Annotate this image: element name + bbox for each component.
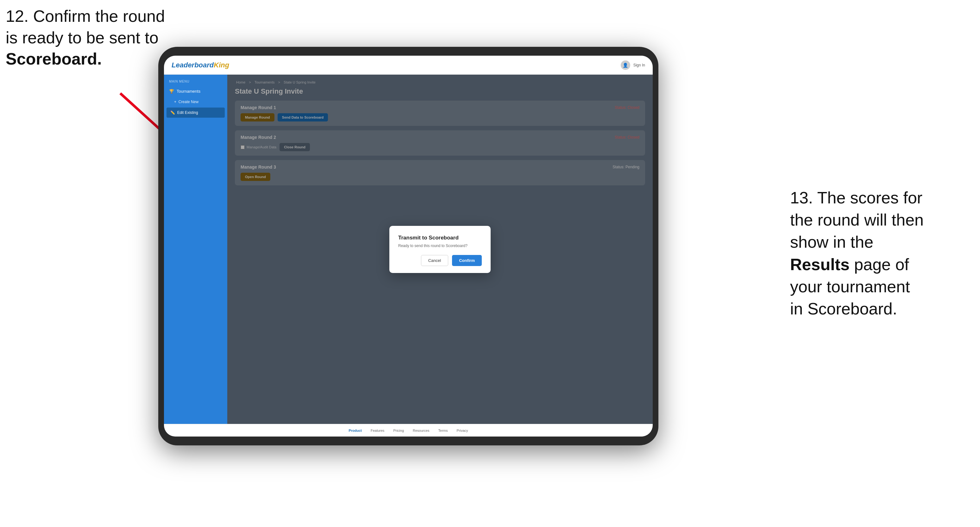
logo-text: Leaderboard <box>172 61 214 69</box>
footer-bar: Product Features Pricing Resources Terms… <box>164 424 653 437</box>
modal-subtitle: Ready to send this round to Scoreboard? <box>398 244 482 248</box>
annotation-line2: is ready to be sent to <box>6 29 159 47</box>
edit-icon: ✏️ <box>170 110 175 115</box>
modal-overlay: Transmit to Scoreboard Ready to send thi… <box>227 75 653 424</box>
sidebar-edit-existing-label: Edit Existing <box>177 110 198 115</box>
tablet-frame: Leaderboard King 👤 Sign In MAIN MENU 🏆 T… <box>158 47 659 445</box>
footer-link-terms[interactable]: Terms <box>438 429 448 432</box>
modal-box: Transmit to Scoreboard Ready to send thi… <box>389 226 491 273</box>
annotation-top: 12. Confirm the round is ready to be sen… <box>6 6 170 70</box>
logo-king: King <box>214 61 229 69</box>
app-layout: MAIN MENU 🏆 Tournaments + Create New ✏️ … <box>164 75 653 424</box>
plus-icon: + <box>174 100 176 104</box>
sidebar: MAIN MENU 🏆 Tournaments + Create New ✏️ … <box>164 75 227 424</box>
annotation-right-results: Results <box>790 255 850 274</box>
sidebar-create-new-label: Create New <box>178 100 199 104</box>
annotation-right-line1: 13. The scores for <box>790 189 923 207</box>
annotation-right-line6: in Scoreboard. <box>790 300 897 318</box>
modal-buttons: Cancel Confirm <box>398 255 482 266</box>
modal-confirm-button[interactable]: Confirm <box>452 255 482 266</box>
sidebar-item-create-new[interactable]: + Create New <box>164 97 227 107</box>
tablet-screen: Leaderboard King 👤 Sign In MAIN MENU 🏆 T… <box>164 56 653 437</box>
footer-link-features[interactable]: Features <box>371 429 384 432</box>
modal-title: Transmit to Scoreboard <box>398 235 482 241</box>
modal-cancel-button[interactable]: Cancel <box>421 255 448 266</box>
sidebar-tournaments-label: Tournaments <box>177 89 200 94</box>
annotation-right: 13. The scores for the round will then s… <box>790 187 961 320</box>
footer-link-product[interactable]: Product <box>348 429 362 432</box>
footer-link-pricing[interactable]: Pricing <box>393 429 404 432</box>
main-content: Home > Tournaments > State U Spring Invi… <box>227 75 653 424</box>
annotation-line1: 12. Confirm the round <box>6 7 165 25</box>
trophy-icon: 🏆 <box>169 89 174 94</box>
sidebar-item-edit-existing[interactable]: ✏️ Edit Existing <box>167 108 225 117</box>
signin-label[interactable]: Sign In <box>633 63 645 67</box>
sidebar-menu-label: MAIN MENU <box>164 80 227 83</box>
sidebar-item-tournaments[interactable]: 🏆 Tournaments <box>164 86 227 97</box>
user-avatar-icon: 👤 <box>621 60 630 70</box>
logo-area: Leaderboard King <box>172 61 229 69</box>
annotation-line3: Scoreboard. <box>6 50 102 68</box>
annotation-right-line5: your tournament <box>790 278 910 296</box>
top-nav: Leaderboard King 👤 Sign In <box>164 56 653 75</box>
annotation-right-page-of: page of <box>850 255 909 274</box>
footer-link-resources[interactable]: Resources <box>413 429 430 432</box>
annotation-right-line3: show in the <box>790 233 873 251</box>
annotation-right-line2: the round will then <box>790 211 924 229</box>
nav-right: 👤 Sign In <box>621 60 645 70</box>
footer-link-privacy[interactable]: Privacy <box>457 429 468 432</box>
